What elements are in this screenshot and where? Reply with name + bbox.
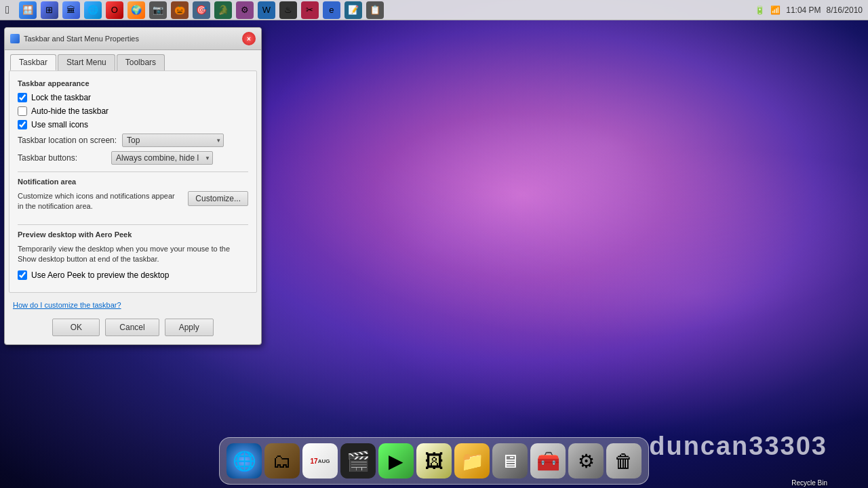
aero-peek-checkbox-row: Use Aero Peek to preview the desktop xyxy=(18,270,248,280)
dialog-titlebar: Taskbar and Start Menu Properties × xyxy=(5,28,261,50)
app-icon-4[interactable]: ✂ xyxy=(301,1,319,19)
app-icon-5[interactable]: 📝 xyxy=(344,1,362,19)
apply-button[interactable]: Apply xyxy=(165,319,214,336)
steam-icon[interactable]: ♨ xyxy=(279,1,297,19)
mac-menubar-right: 🔋 📶 11:04 PM 8/16/2010 xyxy=(755,5,863,15)
notification-header: Notification area xyxy=(18,178,248,186)
apple-menu-icon[interactable]:  xyxy=(5,4,9,16)
autohide-label: Auto-hide the taskbar xyxy=(31,106,108,116)
app-icon-3[interactable]: ⚙ xyxy=(236,1,254,19)
menubar-wifi-icon: 📶 xyxy=(770,5,781,15)
dock-dvdplayer[interactable]: ▶ xyxy=(378,443,414,479)
menubar-time: 11:04 PM xyxy=(786,5,821,15)
ie-icon[interactable]: e xyxy=(323,1,340,19)
small-icons-checkbox[interactable] xyxy=(18,120,27,129)
aero-peek-section: Preview desktop with Aero Peek Temporari… xyxy=(18,230,248,280)
dock-system-prefs[interactable]: ⚙ xyxy=(568,443,604,479)
buttons-label: Taskbar buttons: xyxy=(18,153,106,163)
dock-iphoto[interactable]: 🖼 xyxy=(416,443,452,479)
buttons-select[interactable]: Always combine, hide labels Combine when… xyxy=(111,151,213,165)
aero-peek-label: Use Aero Peek to preview the desktop xyxy=(31,270,169,280)
taskbar-icon[interactable]: 🪟 xyxy=(19,1,37,19)
tab-toolbars[interactable]: Toolbars xyxy=(117,54,165,70)
aero-peek-description: Temporarily view the desktop when you mo… xyxy=(18,244,248,265)
menubar-battery-icon: 🔋 xyxy=(755,5,765,15)
location-label: Taskbar location on screen: xyxy=(18,136,117,145)
app-icon-1[interactable]: 🎯 xyxy=(193,1,210,19)
dock-quicktime[interactable]: 🎬 xyxy=(340,443,376,479)
autohide-row: Auto-hide the taskbar xyxy=(18,106,248,116)
recycle-bin-label: Recycle Bin xyxy=(791,479,827,487)
dialog-content: Taskbar appearance Lock the taskbar Auto… xyxy=(9,70,257,293)
opera-icon[interactable]: O xyxy=(106,1,123,19)
menubar-date: 8/16/2010 xyxy=(827,5,863,15)
mac-menubar-left:  🪟 ⊞ 🏛 🌐 O 🌍 📷 🎃 🎯 🐊 ⚙ W ♨ ✂ e 📝 📋 xyxy=(5,1,384,19)
dialog-buttons: OK Cancel Apply xyxy=(5,313,261,344)
dock-calendar[interactable]: 17AUG xyxy=(302,443,338,479)
frosty-icon[interactable]: 🎃 xyxy=(171,1,189,19)
dock-safari[interactable]: 🌐 xyxy=(226,443,262,479)
dialog-tabs: Taskbar Start Menu Toolbars xyxy=(5,50,261,70)
aero-peek-checkbox[interactable] xyxy=(18,270,27,280)
small-icons-row: Use small icons xyxy=(18,120,248,129)
small-icons-label: Use small icons xyxy=(31,120,88,129)
divider-2 xyxy=(18,224,248,225)
notification-section: Notification area Customize which icons … xyxy=(18,178,248,218)
dialog-close-button[interactable]: × xyxy=(242,32,256,45)
dock-trash[interactable]: 🗑 xyxy=(606,443,642,479)
customize-button[interactable]: Customize... xyxy=(188,191,248,206)
windows-icon[interactable]: ⊞ xyxy=(41,1,58,19)
buttons-select-wrapper: Always combine, hide labels Combine when… xyxy=(111,151,213,165)
cancel-button[interactable]: Cancel xyxy=(105,319,159,336)
location-row: Taskbar location on screen: Bottom Top L… xyxy=(18,134,248,147)
lock-taskbar-checkbox[interactable] xyxy=(18,93,27,102)
app-icon-6[interactable]: 📋 xyxy=(366,1,384,19)
divider-1 xyxy=(18,171,248,172)
dock-downloads[interactable]: 📁 xyxy=(454,443,490,479)
browser-icon[interactable]: 🌍 xyxy=(127,1,145,19)
app-icon-2[interactable]: 🐊 xyxy=(214,1,232,19)
finder-icon[interactable]: 🏛 xyxy=(62,1,80,19)
word-icon[interactable]: W xyxy=(258,1,275,19)
dialog-title-group: Taskbar and Start Menu Properties xyxy=(10,34,139,43)
lock-taskbar-row: Lock the taskbar xyxy=(18,93,248,102)
camera-icon[interactable]: 📷 xyxy=(149,1,167,19)
taskbar-properties-dialog: Taskbar and Start Menu Properties × Task… xyxy=(4,27,262,345)
dock-tools[interactable]: 🧰 xyxy=(530,443,566,479)
dock-mac[interactable]: 🖥 xyxy=(492,443,528,479)
help-link[interactable]: How do I customize the taskbar? xyxy=(5,297,261,313)
buttons-row: Taskbar buttons: Always combine, hide la… xyxy=(18,151,248,165)
dock-finder[interactable]: 🗂 xyxy=(264,443,300,479)
tab-taskbar[interactable]: Taskbar xyxy=(10,54,56,70)
location-select-wrapper: Bottom Top Left Right xyxy=(122,134,224,147)
notification-description: Customize which icons and notifications … xyxy=(18,191,182,212)
aero-peek-header: Preview desktop with Aero Peek xyxy=(18,230,248,239)
location-select[interactable]: Bottom Top Left Right xyxy=(122,134,224,147)
tab-start-menu[interactable]: Start Menu xyxy=(58,54,115,70)
dialog-icon xyxy=(10,34,20,43)
ok-button[interactable]: OK xyxy=(52,319,100,336)
dialog-title: Taskbar and Start Menu Properties xyxy=(24,35,139,43)
mac-dock: 🌐 🗂 17AUG 🎬 ▶ 🖼 📁 🖥 🧰 ⚙ 🗑 xyxy=(219,437,649,485)
autohide-checkbox[interactable] xyxy=(18,106,27,116)
taskbar-appearance-header: Taskbar appearance xyxy=(18,79,248,87)
notification-row: Customize which icons and notifications … xyxy=(18,191,248,218)
mac-menubar:  🪟 ⊞ 🏛 🌐 O 🌍 📷 🎃 🎯 🐊 ⚙ W ♨ ✂ e 📝 📋 🔋 📶 … xyxy=(0,0,868,20)
lock-taskbar-label: Lock the taskbar xyxy=(31,93,91,102)
chrome-icon[interactable]: 🌐 xyxy=(84,1,102,19)
